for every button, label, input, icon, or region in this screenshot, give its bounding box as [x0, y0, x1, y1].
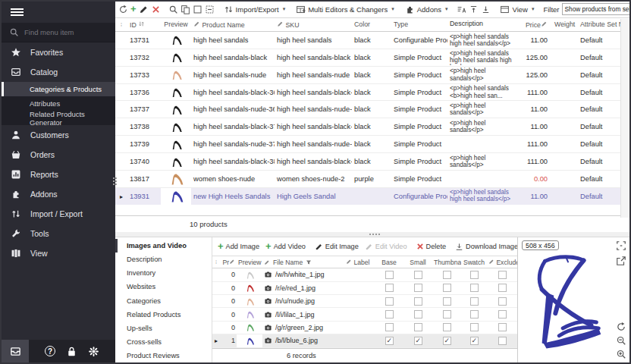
column-header-preview[interactable]: Preview — [161, 20, 191, 28]
fit-screen-icon[interactable] — [616, 240, 626, 251]
thumbnail-checkbox[interactable] — [443, 323, 451, 331]
tab-images-and-video[interactable]: Images and Video — [115, 239, 212, 253]
exclude-checkbox[interactable] — [498, 310, 507, 318]
column-header-thumbnail[interactable]: Thumbna — [432, 259, 461, 266]
sidebar-item-catalog[interactable]: Catalog — [2, 62, 115, 82]
vertical-scrollbar[interactable] — [620, 19, 629, 218]
thumbnail-checkbox[interactable] — [443, 337, 451, 345]
column-header-color[interactable]: Color — [352, 20, 391, 28]
zoom-in-icon[interactable] — [616, 349, 626, 359]
sidebar-item-reports[interactable]: Reports — [2, 165, 115, 184]
column-header-price[interactable]: Price — [519, 20, 552, 29]
sidebar-item-addons[interactable]: Addons — [2, 184, 115, 204]
search-icon[interactable] — [168, 5, 178, 14]
small-checkbox[interactable] — [414, 310, 422, 318]
sidebar-item-orders[interactable]: Orders — [2, 145, 115, 165]
column-header-id[interactable]: ID — [127, 20, 161, 29]
delete-image-button[interactable]: Delete — [415, 241, 448, 252]
sidebar-search[interactable] — [2, 23, 115, 42]
exclude-checkbox[interactable] — [498, 284, 507, 292]
sidebar-item-attributes[interactable]: Attributes — [2, 96, 115, 111]
refresh-icon[interactable] — [118, 5, 128, 14]
sidebar-resize-grip[interactable] — [113, 177, 115, 179]
tab-websites[interactable]: Websites — [115, 280, 212, 293]
base-checkbox[interactable] — [385, 323, 394, 331]
column-header-type[interactable]: Type — [391, 20, 447, 28]
sidebar-item-related-products-generator[interactable]: Related Products Generator — [2, 111, 115, 125]
column-header-attribute-set[interactable]: Attribute Set Name — [578, 20, 620, 28]
swatch-checkbox[interactable] — [470, 323, 479, 331]
small-checkbox[interactable] — [414, 323, 422, 331]
column-header-exclude[interactable]: Exclude — [487, 259, 517, 266]
table-row[interactable]: 13740 high heel sandals-black-38high hee… — [115, 153, 629, 171]
zoom-out-icon[interactable] — [616, 335, 626, 346]
image-row-selected[interactable]: ▸1 /b/l/blue_6.jpg — [212, 334, 517, 347]
tab-product-reviews[interactable]: Product Reviews — [115, 349, 212, 362]
rotate-refresh-icon[interactable] — [616, 322, 626, 332]
tab-cross-sells[interactable]: Cross-sells — [115, 335, 212, 349]
sidebar-item-customers[interactable]: Customers — [2, 125, 115, 145]
checkbox-icon[interactable] — [193, 5, 202, 14]
base-checkbox[interactable] — [385, 284, 394, 292]
swatch-checkbox[interactable] — [470, 337, 479, 345]
sidebar-item-view[interactable]: View — [2, 243, 115, 263]
column-header-position[interactable]: Pr — [220, 259, 237, 266]
base-checkbox[interactable] — [385, 297, 394, 306]
thumbnail-checkbox[interactable] — [443, 271, 451, 279]
column-chooser-icon[interactable]: ⁞ — [115, 22, 127, 27]
thumbnail-checkbox[interactable] — [443, 284, 451, 292]
table-row[interactable]: 13738 high heel sandals-black-37high hee… — [115, 118, 629, 136]
panel-splitter[interactable] — [115, 232, 629, 237]
column-header-name[interactable]: Product Name — [191, 20, 275, 29]
image-row[interactable]: 0 /l/i/lilac_1.jpg — [212, 308, 517, 321]
inline-edit-icon[interactable] — [205, 5, 215, 14]
swatch-checkbox[interactable] — [470, 310, 479, 318]
import-export-button[interactable]: Import/Export▾ — [222, 3, 287, 16]
exclude-checkbox[interactable] — [498, 297, 507, 306]
column-header-description[interactable]: Description — [447, 20, 519, 28]
sidebar-item-tools[interactable]: Tools — [2, 224, 115, 243]
delete-icon[interactable] — [151, 5, 161, 14]
image-row[interactable]: 0 /g/r/green_2.jpg — [212, 322, 517, 334]
table-row[interactable]: 13817 women shoes-nudewomen shoes-nude-2… — [115, 171, 629, 188]
tab-up-sells[interactable]: Up-sells — [115, 322, 212, 335]
thumbnail-checkbox[interactable] — [443, 297, 451, 306]
column-header-small[interactable]: Small — [403, 259, 432, 266]
column-header-label[interactable]: Label — [344, 259, 375, 266]
exclude-checkbox[interactable] — [498, 271, 507, 279]
store-button[interactable] — [2, 340, 29, 362]
expand-up-icon[interactable] — [469, 5, 479, 14]
addons-button[interactable]: Addons▾ — [403, 3, 450, 16]
table-row[interactable]: 13739 high heel sandals-nude-37high heel… — [115, 136, 629, 153]
add-product-icon[interactable]: + — [130, 5, 137, 13]
small-checkbox[interactable] — [414, 284, 422, 292]
table-row[interactable]: 13733 high heel sandals-nudehigh heel sa… — [115, 67, 629, 84]
column-header-preview[interactable]: Preview — [237, 259, 262, 266]
column-header-base[interactable]: Base — [375, 259, 403, 266]
table-row[interactable]: 13736 high heel sandals-black-36high hee… — [115, 84, 629, 102]
thumbnail-checkbox[interactable] — [443, 310, 451, 318]
column-header-swatch[interactable]: Swatch — [461, 259, 487, 266]
tab-categories[interactable]: Categories — [115, 294, 212, 308]
base-checkbox[interactable] — [385, 271, 394, 279]
column-header-weight[interactable]: Weight — [552, 20, 578, 28]
exclude-checkbox[interactable] — [498, 323, 507, 331]
menu-search-input[interactable] — [24, 28, 100, 36]
column-header-sku[interactable]: SKU — [275, 20, 352, 29]
base-checkbox[interactable] — [385, 310, 394, 318]
swatch-checkbox[interactable] — [470, 271, 479, 279]
tab-description[interactable]: Description — [115, 253, 212, 266]
copy-icon[interactable] — [181, 5, 190, 14]
hamburger-menu-icon[interactable] — [11, 7, 24, 17]
lock-icon[interactable] — [66, 346, 77, 357]
add-video-button[interactable]: +Add Video — [264, 241, 307, 252]
tab-inventory[interactable]: Inventory — [115, 266, 212, 280]
swatch-checkbox[interactable] — [470, 297, 479, 306]
filter-select[interactable]: Show products from selected categories▾ — [562, 3, 631, 15]
view-button[interactable]: View▾ — [498, 3, 535, 16]
sort-text-icon[interactable] — [457, 5, 466, 14]
sidebar-item-import-export[interactable]: Import / Export — [2, 204, 115, 224]
tab-related-products[interactable]: Related Products — [115, 308, 212, 322]
exclude-checkbox[interactable] — [498, 337, 507, 345]
sidebar-item-categories-products[interactable]: Categories & Products — [2, 82, 115, 96]
